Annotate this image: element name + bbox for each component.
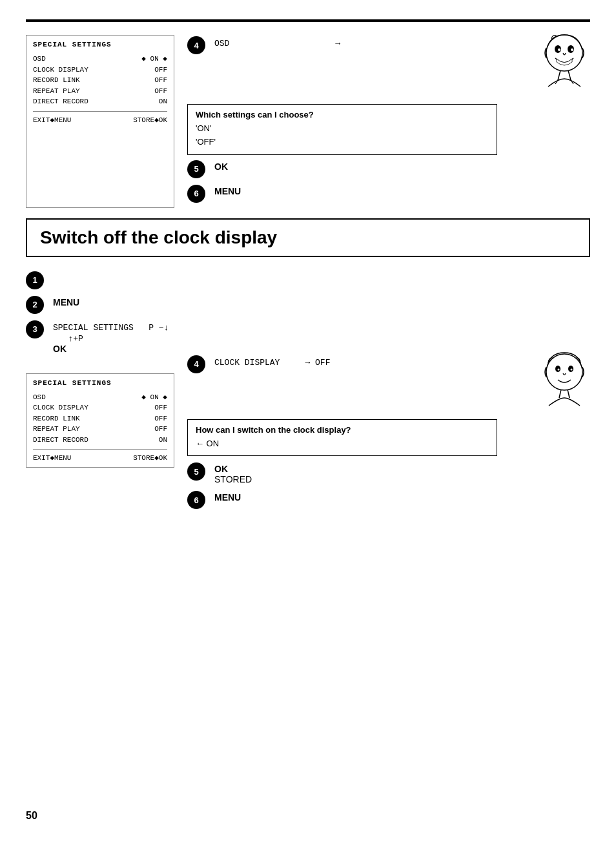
- step-1-bottom: 1: [26, 270, 174, 289]
- menu-label-record-link-b: RECORD LINK: [33, 413, 141, 424]
- step-content-4-top: OSD →: [214, 35, 532, 48]
- step-5-stored: STORED: [214, 474, 252, 484]
- page-container: SPECIAL SETTINGS OSD ◆ ON ◆ CLOCK DISPLA…: [0, 0, 616, 841]
- page-number: 50: [26, 810, 37, 822]
- menu-divider-top: [33, 111, 167, 112]
- step-5-ok-bottom: OK: [214, 464, 228, 474]
- menu-footer-exit: EXIT◆MENU: [33, 116, 71, 124]
- step-number-6-top: 6: [187, 185, 205, 203]
- top-section: SPECIAL SETTINGS OSD ◆ ON ◆ CLOCK DISPLA…: [26, 35, 590, 208]
- step-4-osd-text: OSD →: [214, 39, 340, 48]
- bottom-steps-1-3-spacer: 1 2 MENU 3 SPECIAL SETTINGS P −↓ ↑+P OK: [26, 270, 174, 354]
- step-6-menu-bottom: MENU: [214, 492, 241, 503]
- menu-footer-store: STORE◆OK: [133, 116, 167, 124]
- step-content-2: MENU: [53, 295, 174, 307]
- menu-value-record-link-b: OFF: [141, 413, 167, 424]
- step-content-3: SPECIAL SETTINGS P −↓ ↑+P OK: [53, 319, 174, 354]
- step-number-4-bottom: 4: [187, 355, 205, 373]
- step-number-6-bottom: 6: [187, 491, 205, 509]
- menu-row-record-link: RECORD LINK OFF: [33, 75, 167, 86]
- menu-row-record-link-b: RECORD LINK OFF: [33, 413, 167, 424]
- menu-label-record-link: RECORD LINK: [33, 75, 141, 86]
- menu-box-top: SPECIAL SETTINGS OSD ◆ ON ◆ CLOCK DISPLA…: [26, 35, 174, 208]
- menu-label-osd-b: OSD: [33, 392, 141, 403]
- step-6-bottom: 6 MENU: [187, 490, 590, 509]
- step-2-menu: MENU: [53, 297, 79, 307]
- char-illustration-top: [539, 28, 590, 95]
- info-line-off: 'OFF': [196, 136, 489, 149]
- step-3-ok: OK: [53, 344, 67, 354]
- character-face-bottom: [539, 348, 590, 412]
- step-content-5-top: OK: [214, 159, 590, 172]
- step-number-4-top: 4: [187, 36, 205, 54]
- step-3-special-settings: SPECIAL SETTINGS P −↓ ↑+P: [53, 323, 169, 344]
- menu-footer-store-b: STORE◆OK: [133, 453, 167, 462]
- menu-label-clock-b: CLOCK DISPLAY: [33, 402, 141, 413]
- menu-box-bottom: SPECIAL SETTINGS OSD ◆ ON ◆ CLOCK DISPLA…: [26, 373, 174, 468]
- info-line-on: 'ON': [196, 122, 489, 136]
- step-4-bottom: 4 CLOCK DISPLAY → OFF: [187, 354, 590, 414]
- svg-line-6: [568, 70, 571, 80]
- svg-point-10: [558, 368, 560, 370]
- svg-point-3: [558, 48, 560, 51]
- menu-footer-exit-b: EXIT◆MENU: [33, 453, 71, 462]
- step-5-ok: OK: [214, 161, 228, 172]
- step-2-bottom: 2 MENU: [26, 295, 174, 314]
- top-rule: [26, 19, 590, 22]
- info-box-bottom: How can I switch on the clock display? ←…: [187, 419, 497, 457]
- step-5-top: 5 OK: [187, 159, 590, 178]
- step-6-menu: MENU: [214, 186, 241, 196]
- menu-value-osd: ◆ ON ◆: [141, 54, 167, 65]
- step-content-4-bottom: CLOCK DISPLAY → OFF: [214, 354, 532, 368]
- menu-value-repeat-play: OFF: [141, 86, 167, 97]
- step-number-5-top: 5: [187, 160, 205, 178]
- step-content-6-bottom: MENU: [214, 490, 590, 503]
- info-line-arrow-on: ← ON: [196, 437, 489, 451]
- menu-footer-top: EXIT◆MENU STORE◆OK: [33, 116, 167, 124]
- menu-value-repeat-play-b: OFF: [141, 424, 167, 435]
- section-banner: Switch off the clock display: [26, 218, 590, 257]
- bottom-steps: 4 CLOCK DISPLAY → OFF: [187, 270, 590, 515]
- menu-row-repeat-play: REPEAT PLAY OFF: [33, 86, 167, 97]
- step-number-1: 1: [26, 271, 44, 289]
- step-content-1: [53, 270, 174, 273]
- step-number-5-bottom: 5: [187, 462, 205, 481]
- menu-label-direct-record: DIRECT RECORD: [33, 96, 141, 107]
- svg-line-12: [559, 389, 561, 398]
- top-right-area: 4 OSD →: [187, 35, 590, 208]
- menu-value-direct-record-b: ON: [141, 435, 167, 446]
- menu-label-repeat-play-b: REPEAT PLAY: [33, 424, 141, 435]
- menu-value-record-link: OFF: [141, 75, 167, 86]
- bottom-left: 1 2 MENU 3 SPECIAL SETTINGS P −↓ ↑+P OK: [26, 270, 174, 515]
- menu-row-clock: CLOCK DISPLAY OFF: [33, 65, 167, 76]
- step-content-5-bottom: OK STORED: [214, 461, 590, 484]
- step-4-top: 4 OSD →: [187, 35, 590, 95]
- step-5-bottom: 5 OK STORED: [187, 461, 590, 484]
- menu-value-clock: OFF: [141, 65, 167, 76]
- menu-row-osd: OSD ◆ ON ◆: [33, 54, 167, 65]
- step-number-2: 2: [26, 296, 44, 314]
- step-6-top: 6 MENU: [187, 183, 590, 203]
- svg-point-7: [546, 354, 582, 390]
- menu-row-repeat-play-b: REPEAT PLAY OFF: [33, 424, 167, 435]
- menu-row-direct-record: DIRECT RECORD ON: [33, 96, 167, 107]
- svg-point-0: [546, 35, 582, 71]
- info-title-top: Which settings can I choose?: [196, 110, 489, 119]
- character-face-top: [539, 28, 590, 93]
- bottom-section: 1 2 MENU 3 SPECIAL SETTINGS P −↓ ↑+P OK: [26, 270, 590, 515]
- svg-line-13: [568, 389, 570, 398]
- info-title-bottom: How can I switch on the clock display?: [196, 425, 489, 435]
- svg-point-11: [571, 368, 573, 370]
- bottom-right: 4 CLOCK DISPLAY → OFF: [187, 270, 590, 515]
- banner-title: Switch off the clock display: [40, 227, 277, 247]
- char-illustration-bottom: [539, 348, 590, 414]
- menu-footer-bottom: EXIT◆MENU STORE◆OK: [33, 453, 167, 462]
- menu-value-clock-b: OFF: [141, 402, 167, 413]
- menu-box-bottom-title: SPECIAL SETTINGS: [33, 379, 167, 387]
- menu-row-direct-record-b: DIRECT RECORD ON: [33, 435, 167, 446]
- menu-label-osd: OSD: [33, 54, 141, 65]
- menu-value-osd-b: ◆ ON ◆: [141, 392, 167, 403]
- step-3-bottom: 3 SPECIAL SETTINGS P −↓ ↑+P OK: [26, 319, 174, 354]
- menu-value-direct-record: ON: [141, 96, 167, 107]
- menu-box-top-title: SPECIAL SETTINGS: [33, 41, 167, 48]
